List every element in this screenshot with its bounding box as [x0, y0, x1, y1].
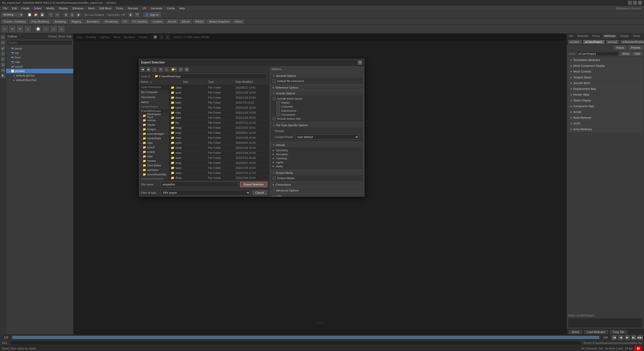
- col-type[interactable]: Type: [207, 80, 234, 85]
- selection-icon[interactable]: ↖: [1, 35, 6, 40]
- snap-curve-btn[interactable]: ◎: [69, 12, 75, 18]
- minimize-btn[interactable]: ─: [628, 1, 632, 5]
- file-row-sceneassembly[interactable]: 📁sceneAssembly File Folder 2022/1/18 15:…: [169, 150, 269, 155]
- units-header[interactable]: ▶ Units: [271, 194, 363, 196]
- open-btn[interactable]: 📂: [33, 12, 39, 18]
- mel-input[interactable]: [10, 341, 582, 345]
- ipr-btn[interactable]: 🎬: [134, 12, 140, 18]
- rtab-list[interactable]: List: [567, 34, 575, 39]
- up-btn[interactable]: ↑: [152, 67, 157, 72]
- proj-sound[interactable]: 📁 sound: [139, 145, 169, 150]
- presets-btn[interactable]: Presets: [628, 45, 643, 50]
- tree-defaultobjectset[interactable]: ◈ defaultObjectSet: [6, 78, 73, 82]
- menu-display[interactable]: Display: [57, 6, 70, 10]
- proj-clips[interactable]: 📁 clips: [139, 141, 169, 145]
- notes-content[interactable]: [568, 318, 643, 328]
- cancel-btn[interactable]: Cancel: [252, 190, 267, 195]
- channels-check[interactable]: ✓: [277, 105, 280, 108]
- select-btn[interactable]: Select: [569, 330, 582, 334]
- texture-info-check[interactable]: ✓: [273, 117, 276, 120]
- refresh-btn[interactable]: ↻: [158, 67, 163, 72]
- mirror-icon[interactable]: ⟺: [1, 68, 6, 73]
- file-row-time-editor[interactable]: 📁Time Editor File Folder 2022/1/18 15:54: [169, 175, 269, 180]
- file-row-cache[interactable]: 📁cache File Folder 2022/1/18 15:54: [169, 105, 269, 110]
- proj-assets[interactable]: 📁 assets: [139, 122, 169, 127]
- menu-edit-mesh[interactable]: Edit Mesh: [97, 6, 114, 10]
- proj-movies[interactable]: 📁 movies: [139, 159, 169, 163]
- outliner-search[interactable]: [7, 40, 72, 45]
- attr-group-extra-header[interactable]: ▶ Extra Attributes: [569, 127, 642, 132]
- rtab-focus[interactable]: Focus: [590, 34, 602, 39]
- proj-workspace-root[interactable]: 📁 Workspace Root: [139, 113, 169, 118]
- tab-curves-surfaces[interactable]: Curves / Surfaces: [1, 19, 28, 24]
- menu-help[interactable]: Help: [177, 6, 187, 10]
- general-options-header[interactable]: ▼ General Options: [271, 74, 363, 78]
- tab-motion-graphics[interactable]: Motion Graphics: [206, 19, 232, 24]
- attr-group-uuid-header[interactable]: ▶ UUID: [569, 121, 642, 126]
- export-selection-btn[interactable]: Export Selection: [240, 182, 267, 187]
- view-list-btn[interactable]: ≡: [178, 67, 183, 72]
- rtab-display[interactable]: Display: [618, 34, 631, 39]
- back-btn[interactable]: ◀: [140, 67, 145, 72]
- tab-bifrost[interactable]: Bifrost: [179, 19, 192, 24]
- timeline-ruler[interactable]: [12, 336, 599, 339]
- menu-file[interactable]: File: [1, 6, 10, 10]
- maximize-btn[interactable]: □: [633, 1, 637, 5]
- file-row-scripts[interactable]: 📁scripts File Folder 2022/6/21 13:26: [169, 160, 269, 165]
- node-tab-aistandard[interactable]: aiStandardSurface3: [620, 40, 644, 44]
- history-check[interactable]: ✓: [277, 101, 280, 104]
- menu-modify[interactable]: Modify: [44, 6, 56, 10]
- focus-btn[interactable]: Focus: [614, 45, 627, 50]
- node-tab-pcube1[interactable]: pCube1: [568, 40, 582, 44]
- new-folder-btn[interactable]: 📁+: [170, 67, 177, 72]
- attr-group-arnold-header[interactable]: ▶ Arnold: [569, 110, 642, 114]
- bookmark-documents[interactable]: Documents: [139, 95, 169, 100]
- include-inputs-check[interactable]: ✓: [273, 97, 276, 100]
- attr-group-mesh-controls-header[interactable]: ▶ Mesh Controls: [569, 69, 642, 74]
- include-options-header[interactable]: ▼ Include Options: [271, 91, 363, 96]
- file-row-fbx[interactable]: 📁fbx File Folder 2022/7/11 11:20: [169, 120, 269, 125]
- file-row-scenes[interactable]: 📁scenes File Folder 2022/7/13 18:38: [169, 155, 269, 160]
- file-row-maya[interactable]: 📁maya File Folder 2022/6/21 13:29: [169, 130, 269, 135]
- proj-scripts[interactable]: 📁 scripts: [139, 150, 169, 154]
- tree-defaultlightset[interactable]: ◈ defaultLightSet: [6, 73, 73, 78]
- proj-data[interactable]: 📁 data: [139, 154, 169, 159]
- proj-time-editor[interactable]: 📁 Time Editor: [139, 163, 169, 168]
- tab-rigging[interactable]: Rigging: [69, 19, 84, 24]
- menu-windows[interactable]: Windows: [70, 6, 86, 10]
- tab-fx-caching[interactable]: FX Caching: [130, 19, 150, 24]
- sculpt-icon[interactable]: 🖌: [1, 46, 6, 51]
- col-date[interactable]: Date Modified: [234, 80, 269, 85]
- new-scene-btn[interactable]: 📄: [27, 12, 32, 18]
- menu-mesh[interactable]: Mesh: [86, 6, 97, 10]
- poly-cylinder[interactable]: ⬭: [50, 26, 57, 33]
- tab-fx[interactable]: FX: [121, 19, 130, 24]
- tab-animation[interactable]: Animation: [84, 19, 102, 24]
- search-icon[interactable]: 🔍: [1, 73, 6, 78]
- attr-group-object-display-header[interactable]: ▶ Object Display: [569, 98, 642, 103]
- attr-group-tangent-header[interactable]: ▶ Tangent Space: [569, 75, 642, 80]
- col-size[interactable]: Size: [181, 80, 207, 85]
- tab-xgen[interactable]: XGen: [232, 19, 245, 24]
- move-tool[interactable]: ✛: [9, 26, 16, 33]
- relax-icon[interactable]: ⊡: [1, 62, 6, 67]
- paint-icon[interactable]: ✏: [1, 40, 6, 45]
- set-project-btn[interactable]: Set Project...: [141, 178, 163, 180]
- default-extensions-check[interactable]: ✓: [273, 80, 276, 83]
- play-forward-btn[interactable]: ▶▶|: [637, 335, 643, 340]
- copy-tab-btn[interactable]: Copy Tab: [610, 330, 627, 334]
- snap-grid-btn[interactable]: ⊞: [63, 12, 69, 18]
- tree-side[interactable]: 📷 side: [6, 60, 73, 64]
- rtab-selected[interactable]: Selected: [575, 34, 590, 39]
- file-row-python[interactable]: 📁python File Folder 2022/6/24 10:26: [169, 140, 269, 145]
- attr-group-node-behavior-header[interactable]: ▶ Node Behavior: [569, 115, 642, 120]
- file-row-sourceimages[interactable]: 📁sourceImages File Folder 2022/7/13 17:5…: [169, 170, 269, 175]
- menu-uv[interactable]: UV: [140, 6, 148, 10]
- outliner-help-btn[interactable]: Help: [66, 35, 72, 38]
- modal-close-btn[interactable]: ✕: [358, 60, 362, 65]
- bookmark-admin[interactable]: Admin: [139, 100, 169, 105]
- tree-top[interactable]: 📷 top: [6, 51, 73, 55]
- file-row-images[interactable]: 📁images File Folder 2022/2/16 10:41: [169, 125, 269, 130]
- tab-custom[interactable]: Custom: [150, 19, 165, 24]
- home-btn[interactable]: ⌂: [164, 67, 169, 72]
